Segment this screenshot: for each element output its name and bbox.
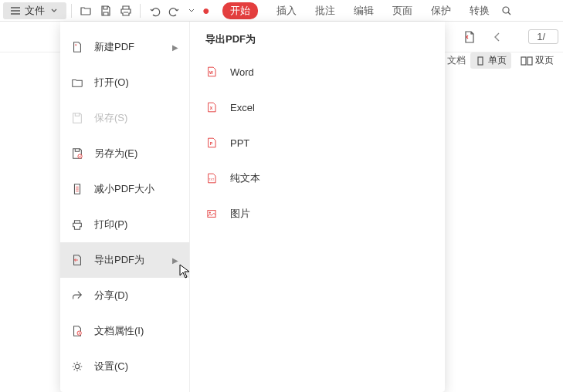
- svg-point-7: [75, 364, 79, 368]
- file-menu-list: 新建PDF ▶ 打开(O) 保存(S) 另存为(E) 减小PDF大小: [60, 22, 190, 392]
- search-button[interactable]: [497, 2, 516, 20]
- gear-icon: [71, 360, 83, 373]
- open-button[interactable]: [76, 2, 95, 20]
- compress-icon: [71, 183, 83, 195]
- sub-item-label: Excel: [230, 102, 255, 113]
- tab-convert[interactable]: 转换: [470, 4, 490, 18]
- single-page-label: 单页: [488, 54, 507, 67]
- menu-print[interactable]: 打印(P): [60, 207, 189, 242]
- menu-item-label: 另存为(E): [94, 147, 178, 161]
- export-ppt[interactable]: P PPT: [190, 125, 445, 161]
- top-toolbar: 文件 ● 开始 插入 批注 编辑 页面 保护 转换: [0, 0, 563, 22]
- print-icon: [71, 218, 83, 231]
- tab-comment[interactable]: 批注: [315, 4, 335, 18]
- chevron-down-icon: [48, 5, 60, 17]
- svg-rect-3: [527, 57, 532, 65]
- menu-item-label: 减小PDF大小: [94, 182, 178, 196]
- file-menu-panel: 新建PDF ▶ 打开(O) 保存(S) 另存为(E) 减小PDF大小: [60, 22, 445, 392]
- svg-text:TXT: TXT: [209, 178, 215, 181]
- prev-page-button[interactable]: [488, 28, 507, 46]
- double-page-label: 双页: [535, 54, 554, 67]
- export-icon: [71, 254, 83, 266]
- hamburger-icon: [9, 5, 22, 17]
- save-as-icon: [71, 147, 83, 160]
- file-menu-label: 文件: [25, 4, 45, 18]
- submenu-title: 导出PDF为: [190, 32, 445, 54]
- chevron-right-icon: ▶: [172, 43, 178, 52]
- svg-text:P: P: [210, 141, 213, 146]
- tab-insert[interactable]: 插入: [276, 4, 297, 18]
- record-dot-icon: ●: [202, 4, 210, 18]
- undo-button[interactable]: [145, 2, 164, 20]
- svg-text:W: W: [209, 70, 213, 75]
- export-excel[interactable]: X Excel: [190, 90, 445, 125]
- menu-item-label: 新建PDF: [94, 40, 161, 54]
- svg-point-13: [209, 211, 211, 213]
- image-icon: [205, 208, 218, 220]
- menu-properties[interactable]: 文档属性(I): [60, 313, 189, 349]
- new-document-icon: [71, 41, 83, 53]
- sub-item-label: 图片: [230, 207, 250, 221]
- chevron-right-icon: ▶: [172, 256, 178, 265]
- menu-item-label: 导出PDF为: [94, 253, 161, 267]
- folder-icon: [71, 76, 83, 89]
- menu-item-label: 分享(D): [94, 289, 178, 302]
- sub-item-label: PPT: [230, 137, 249, 149]
- export-word[interactable]: W Word: [190, 54, 445, 90]
- svg-rect-1: [478, 57, 483, 65]
- chevron-down-icon: [185, 5, 198, 17]
- separator: [140, 4, 141, 18]
- file-menu-button[interactable]: 文件: [3, 2, 66, 19]
- export-doc-button[interactable]: [460, 28, 479, 46]
- tab-page[interactable]: 页面: [392, 4, 412, 18]
- save-button[interactable]: [97, 2, 115, 20]
- menu-save: 保存(S): [60, 100, 189, 136]
- excel-icon: X: [205, 101, 218, 113]
- menu-item-label: 设置(C): [94, 360, 178, 373]
- sub-item-label: 纯文本: [230, 171, 260, 185]
- tab-protect[interactable]: 保护: [431, 4, 451, 18]
- menu-share[interactable]: 分享(D): [60, 278, 189, 313]
- print-button[interactable]: [117, 2, 135, 20]
- svg-point-0: [503, 7, 509, 13]
- view-mode-bar: 文档 单页 双页: [447, 52, 563, 69]
- menu-item-label: 保存(S): [94, 111, 178, 125]
- menu-open[interactable]: 打开(O): [60, 65, 189, 100]
- save-icon: [71, 112, 83, 124]
- svg-rect-2: [521, 57, 526, 65]
- main-tabs: 开始 插入 批注 编辑 页面 保护 转换: [222, 2, 490, 19]
- menu-save-as[interactable]: 另存为(E): [60, 136, 189, 171]
- menu-settings[interactable]: 设置(C): [60, 349, 189, 384]
- tab-start[interactable]: 开始: [222, 2, 258, 19]
- export-text[interactable]: TXT 纯文本: [190, 161, 445, 196]
- svg-text:X: X: [210, 106, 213, 110]
- menu-new-pdf[interactable]: 新建PDF ▶: [60, 29, 189, 65]
- menu-item-label: 打印(P): [94, 218, 178, 231]
- text-icon: TXT: [205, 172, 218, 184]
- menu-reduce-size[interactable]: 减小PDF大小: [60, 171, 189, 207]
- menu-export-pdf[interactable]: 导出PDF为 ▶: [60, 242, 189, 278]
- menu-item-label: 文档属性(I): [94, 324, 178, 338]
- word-icon: W: [205, 66, 218, 78]
- sub-item-label: Word: [230, 66, 254, 78]
- ppt-icon: P: [205, 137, 218, 149]
- menu-item-label: 打开(O): [94, 76, 178, 90]
- svg-point-6: [79, 333, 80, 334]
- tab-edit[interactable]: 编辑: [354, 4, 374, 18]
- single-page-button[interactable]: 单页: [470, 52, 511, 69]
- separator: [71, 4, 72, 18]
- double-page-button[interactable]: 双页: [516, 52, 558, 69]
- doc-label-fragment: 文档: [447, 54, 466, 67]
- properties-icon: [71, 325, 83, 337]
- export-image[interactable]: 图片: [190, 196, 445, 231]
- share-icon: [71, 289, 83, 302]
- redo-button[interactable]: [165, 2, 184, 20]
- export-submenu: 导出PDF为 W Word X Excel P PPT TXT 纯文本: [190, 22, 445, 392]
- page-indicator[interactable]: 1/: [528, 29, 558, 44]
